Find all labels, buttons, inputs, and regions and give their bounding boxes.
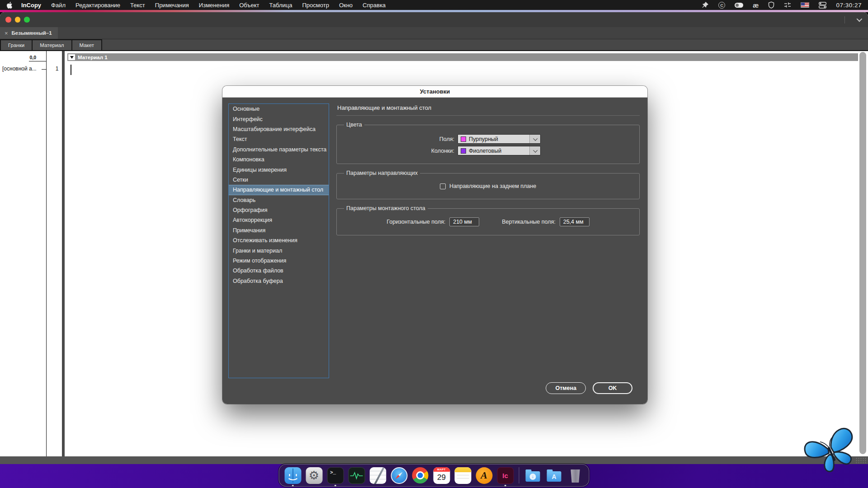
tab-layout[interactable]: Макет [71, 39, 103, 50]
ae-ligature-icon[interactable]: æ [753, 1, 759, 9]
columns-color-dropdown[interactable]: Фиолетовый [458, 146, 541, 155]
dock-separator [519, 467, 519, 483]
vertical-scrollbar[interactable] [859, 52, 866, 454]
horizontal-margins-input[interactable]: 210 мм [449, 217, 479, 226]
pushpin-icon[interactable] [702, 1, 709, 9]
menu-window[interactable]: Окно [339, 2, 353, 9]
dock-trash-icon[interactable] [567, 467, 584, 484]
guides-in-back-label: Направляющие на заднем плане [449, 183, 536, 189]
dock-applications-folder-icon[interactable]: A [546, 467, 563, 484]
dock-calendar-icon[interactable]: МАРТ 29 [433, 467, 450, 484]
category-grids[interactable]: Сетки [229, 175, 329, 185]
menu-text[interactable]: Текст [130, 2, 145, 9]
category-spelling[interactable]: Орфография [229, 205, 329, 215]
story-collapse-bar[interactable]: Материал 1 [67, 53, 858, 61]
window-bottom-bar [0, 456, 868, 464]
close-tab-icon[interactable]: × [5, 30, 8, 37]
toggle-icon[interactable] [735, 1, 743, 9]
document-tab-bar: × Безымянный–1 [0, 27, 868, 39]
chevron-down-icon [533, 148, 538, 153]
category-clipboard-handling[interactable]: Обработка буфера [229, 276, 329, 286]
dock-finder-icon[interactable] [284, 467, 302, 484]
category-type[interactable]: Текст [229, 134, 329, 144]
margins-color-row: Поля: Пурпурный [342, 134, 634, 144]
pasteboard-options-legend: Параметры монтажного стола [344, 205, 428, 211]
control-center-icon[interactable] [819, 1, 826, 9]
category-units[interactable]: Единицы измерения [229, 164, 329, 174]
dock-safari-icon[interactable] [391, 467, 408, 484]
dock-orange-a-app-icon[interactable]: A [476, 467, 493, 484]
menu-table[interactable]: Таблица [269, 2, 292, 9]
category-dictionary[interactable]: Словарь [229, 195, 329, 205]
minimize-window-button[interactable] [15, 17, 21, 23]
pasteboard-options-group: Параметры монтажного стола Горизонтальны… [336, 205, 640, 235]
zoom-window-button[interactable] [24, 17, 30, 23]
colors-group: Цвета Поля: Пурпурный Колонки: [336, 122, 640, 164]
ruler-line [29, 61, 46, 61]
sliders-icon[interactable] [784, 1, 791, 9]
menu-edit[interactable]: Редактирование [75, 2, 120, 9]
document-tab[interactable]: × Безымянный–1 [0, 27, 58, 39]
apple-menu-icon[interactable] [6, 2, 13, 9]
guide-options-group: Параметры направляющих Направляющие на з… [336, 170, 640, 199]
columns-dropdown-button[interactable] [529, 146, 540, 155]
tab-galley[interactable]: Гранки [0, 39, 33, 50]
menu-file[interactable]: Файл [51, 2, 66, 9]
cancel-button[interactable]: Отмена [546, 382, 586, 394]
dock-notes-icon[interactable] [454, 467, 472, 484]
chevron-down-icon[interactable] [857, 16, 863, 22]
collapse-triangle-button[interactable] [68, 54, 75, 60]
preferences-panel: Направляющие и монтажный стол Цвета Поля… [336, 103, 640, 235]
category-track-changes[interactable]: Отслеживать изменения [229, 235, 329, 245]
category-interface[interactable]: Интерфейс [229, 114, 329, 124]
menu-changes[interactable]: Изменения [199, 2, 229, 9]
ok-button[interactable]: OK [593, 382, 632, 394]
paragraph-style-label[interactable]: [основной а... [2, 66, 37, 72]
category-notes[interactable]: Примечания [229, 225, 329, 235]
columns-dropdown-value[interactable]: Фиолетовый [458, 146, 529, 155]
menu-view[interactable]: Просмотр [302, 2, 329, 9]
line-number-column: 1 [47, 51, 62, 456]
dock-chrome-icon[interactable] [412, 467, 429, 484]
vertical-margins-input[interactable]: 25,4 мм [560, 217, 590, 226]
shield-icon[interactable] [768, 1, 774, 9]
dock-incopy-icon[interactable]: Ic [497, 467, 514, 484]
guides-in-back-checkbox[interactable] [440, 183, 446, 189]
dock-textedit-icon[interactable] [369, 467, 387, 484]
dock-activity-monitor-icon[interactable] [348, 467, 365, 484]
us-flag-icon[interactable] [801, 2, 809, 8]
category-guides-pasteboard[interactable]: Направляющие и монтажный стол [229, 185, 329, 195]
category-autocorrect[interactable]: Автокоррекция [229, 215, 329, 225]
story-title: Материал 1 [78, 55, 108, 60]
category-ui-scaling[interactable]: Масштабирование интерфейса [229, 124, 329, 134]
app-menu-incopy[interactable]: InCopy [21, 2, 41, 9]
category-general[interactable]: Основные [229, 104, 329, 114]
dock-system-settings-icon[interactable]: ⚙ [306, 467, 323, 484]
tab-story[interactable]: Материал [32, 39, 72, 50]
category-advanced-type[interactable]: Дополнительные параметры текста [229, 145, 329, 155]
margins-dropdown-button[interactable] [529, 135, 540, 143]
category-composition[interactable]: Компоновка [229, 155, 329, 164]
category-galley-story[interactable]: Гранки и материал [229, 245, 329, 255]
close-window-button[interactable] [5, 17, 11, 23]
category-file-handling[interactable]: Обработка файлов [229, 266, 329, 276]
triangle-down-icon [70, 56, 74, 59]
window-titlebar[interactable] [0, 12, 868, 27]
margins-color-dropdown[interactable]: Пурпурный [458, 134, 541, 144]
compass-needle-icon [395, 471, 403, 479]
menu-notes[interactable]: Примечания [155, 2, 189, 9]
circle-c-icon[interactable]: C [718, 2, 725, 9]
vertical-margins-label: Вертикальные поля: [502, 219, 555, 225]
guide-options-legend: Параметры направляющих [344, 170, 420, 176]
menu-object[interactable]: Объект [239, 2, 259, 9]
menubar-clock[interactable]: 07:30:27 [836, 2, 862, 9]
titlebar-right-controls [844, 12, 861, 27]
ruler-tick [42, 69, 46, 70]
margins-dropdown-value[interactable]: Пурпурный [458, 135, 529, 143]
category-display-mode[interactable]: Режим отображения [229, 256, 329, 266]
columns-color-row: Колонки: Фиолетовый [342, 146, 634, 155]
margins-label: Поля: [342, 136, 458, 142]
menu-help[interactable]: Справка [363, 2, 386, 9]
dock-downloads-folder-icon[interactable]: ↓ [524, 467, 542, 484]
dock-terminal-icon[interactable]: >_ [327, 467, 344, 484]
